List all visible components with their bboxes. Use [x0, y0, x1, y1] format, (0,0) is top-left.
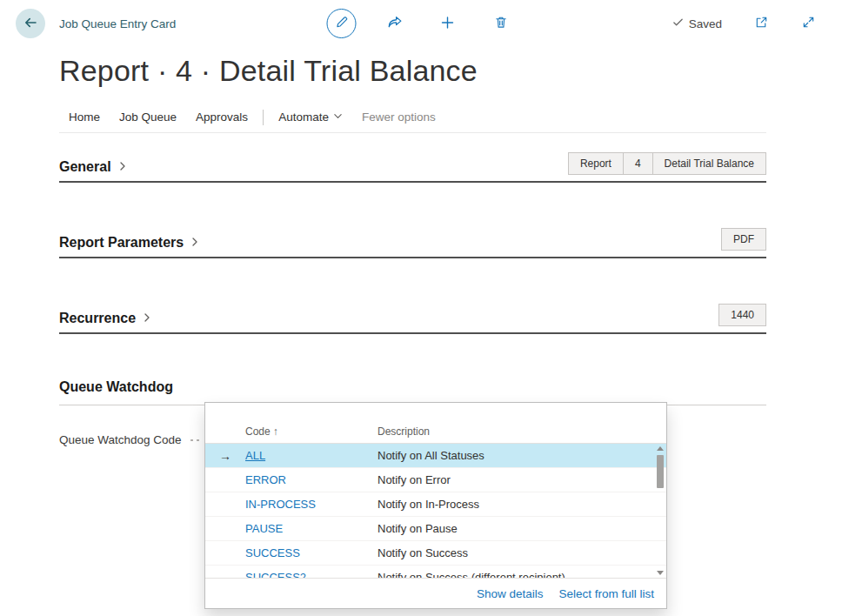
fasttab-general: General Report 4 Detail Trial Balance [59, 152, 766, 183]
dropdown-footer: Show details Select from full list [205, 578, 666, 608]
scroll-up-icon[interactable] [657, 446, 664, 451]
fasttab-general-header: General Report 4 Detail Trial Balance [59, 152, 766, 183]
menu-item-home[interactable]: Home [59, 105, 110, 129]
fasttab-recurrence-title[interactable]: Recurrence [59, 311, 152, 326]
scrollbar-thumb[interactable] [657, 455, 664, 488]
select-from-full-list-link[interactable]: Select from full list [558, 587, 654, 600]
delete-button[interactable] [486, 9, 516, 38]
fasttab-report-parameters-header: Report Parameters PDF [59, 228, 766, 258]
recurrence-badge-minutes[interactable]: 1440 [718, 304, 766, 326]
recurrence-summary-badges: 1440 [719, 304, 766, 326]
dropdown-row-error[interactable]: ERROR Notify on Error [205, 468, 666, 492]
back-arrow-icon [23, 15, 38, 33]
dropdown-row-in-process[interactable]: IN-PROCESS Notify on In-Process [205, 492, 666, 517]
fasttab-recurrence: Recurrence 1440 [59, 304, 766, 334]
row-description: Notify on Success [378, 546, 652, 559]
open-in-new-window-button[interactable] [746, 9, 776, 38]
row-code-link[interactable]: SUCCESS2 [245, 571, 378, 578]
fasttab-report-parameters: Report Parameters PDF [59, 228, 766, 258]
show-details-link[interactable]: Show details [477, 587, 544, 600]
row-code-link[interactable]: PAUSE [245, 522, 378, 535]
save-status: Saved [672, 17, 722, 30]
general-badge-report[interactable]: Report [568, 152, 624, 175]
pencil-icon [334, 15, 349, 32]
check-icon [672, 17, 684, 30]
row-description: Notify on Pause [378, 522, 652, 535]
menu-bar: Home Job Queue Approvals Automate Fewer … [59, 102, 766, 133]
save-status-label: Saved [689, 17, 722, 30]
menu-item-job-queue[interactable]: Job Queue [110, 105, 186, 129]
dropdown-column-headers: Code ↑ Description [205, 420, 666, 444]
edit-button[interactable] [327, 9, 357, 38]
report-parameters-summary-badges: PDF [722, 228, 766, 251]
fasttab-general-label: General [59, 159, 111, 175]
row-description: Notify on All Statuses [378, 449, 652, 462]
sort-ascending-icon: ↑ [273, 425, 278, 438]
back-button[interactable] [16, 9, 45, 38]
general-summary-badges: Report 4 Detail Trial Balance [569, 152, 766, 175]
open-in-new-window-icon [754, 15, 769, 32]
row-code-link[interactable]: ALL [245, 449, 378, 462]
window-controls: Saved [672, 9, 823, 38]
fasttab-queue-watchdog-title[interactable]: Queue Watchdog [59, 379, 173, 395]
code-column-label: Code [245, 425, 271, 438]
chevron-right-icon [117, 159, 128, 175]
page-action-bar [327, 0, 516, 47]
fasttab-report-parameters-title[interactable]: Report Parameters [59, 235, 200, 251]
fasttab-recurrence-header: Recurrence 1440 [59, 304, 766, 334]
fasttab-queue-watchdog-label: Queue Watchdog [59, 379, 173, 395]
expand-button[interactable] [793, 9, 823, 38]
fasttab-recurrence-label: Recurrence [59, 311, 136, 326]
trash-icon [493, 15, 508, 32]
general-badge-object-id[interactable]: 4 [623, 152, 653, 175]
menu-divider [263, 110, 264, 125]
row-code-link[interactable]: IN-PROCESS [245, 498, 378, 511]
queue-watchdog-code-label: Queue Watchdog Code [59, 433, 182, 446]
fasttab-report-parameters-label: Report Parameters [59, 235, 184, 251]
selected-row-arrow-icon: → [205, 449, 245, 463]
watchdog-code-lookup-dropdown: Code ↑ Description → ALL Notify on All S… [204, 402, 667, 609]
dropdown-row-all[interactable]: → ALL Notify on All Statuses [205, 444, 666, 468]
report-parameters-badge-pdf[interactable]: PDF [721, 228, 766, 251]
fasttab-general-title[interactable]: General [59, 159, 128, 175]
chevron-right-icon [190, 235, 200, 251]
job-queue-entry-card-page: Job Queue Entry Card [0, 0, 842, 452]
chevron-down-icon [333, 110, 343, 124]
dropdown-scrollbar[interactable] [655, 446, 665, 575]
row-code-link[interactable]: SUCCESS [245, 546, 378, 559]
general-badge-description[interactable]: Detail Trial Balance [652, 152, 766, 175]
dotted-leader [189, 438, 199, 443]
row-code-link[interactable]: ERROR [245, 473, 378, 486]
new-button[interactable] [433, 9, 463, 38]
page-title: Report · 4 · Detail Trial Balance [59, 54, 842, 88]
dropdown-row-success2[interactable]: SUCCESS2 Notify on Success (different re… [205, 566, 666, 578]
column-header-description[interactable]: Description [378, 425, 652, 438]
row-description: Notify on In-Process [378, 498, 652, 511]
breadcrumb[interactable]: Job Queue Entry Card [59, 17, 176, 30]
row-description: Notify on Success (different recipient) [378, 571, 652, 578]
menu-item-automate[interactable]: Automate [269, 105, 352, 129]
automate-label: Automate [278, 110, 329, 124]
share-button[interactable] [380, 9, 410, 38]
column-header-code[interactable]: Code ↑ [245, 425, 378, 438]
dropdown-rows: → ALL Notify on All Statuses ERROR Notif… [205, 444, 666, 578]
row-description: Notify on Error [378, 473, 652, 486]
dropdown-row-success[interactable]: SUCCESS Notify on Success [205, 541, 666, 566]
menu-item-fewer-options[interactable]: Fewer options [352, 105, 445, 129]
share-icon [386, 14, 403, 33]
menu-item-approvals[interactable]: Approvals [186, 105, 257, 129]
plus-icon [440, 15, 456, 33]
scroll-down-icon[interactable] [657, 571, 664, 575]
top-bar: Job Queue Entry Card [0, 0, 842, 47]
expand-icon [801, 15, 816, 32]
chevron-right-icon [142, 311, 152, 326]
dropdown-row-pause[interactable]: PAUSE Notify on Pause [205, 517, 666, 541]
